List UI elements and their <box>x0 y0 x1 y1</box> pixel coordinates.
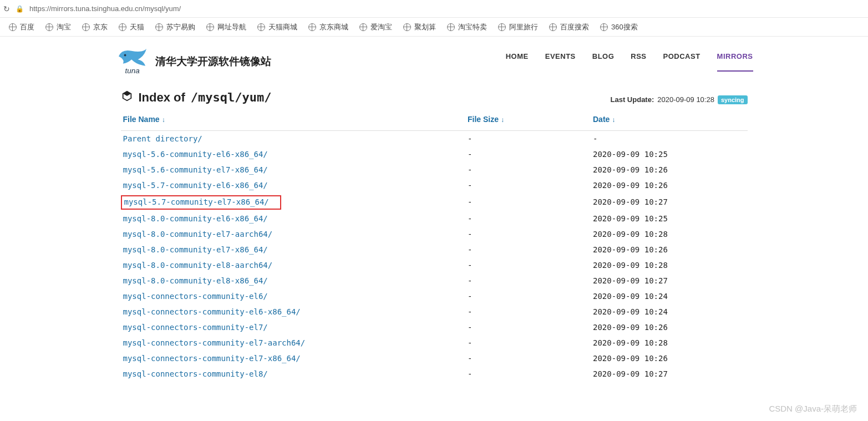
file-date: 2020-09-09 10:27 <box>591 193 748 211</box>
table-row: mysql-8.0-community-el8-x86_64/-2020-09-… <box>121 273 748 288</box>
col-header-size[interactable]: File Size↓ <box>465 109 591 131</box>
file-date: 2020-09-09 10:25 <box>591 211 748 226</box>
file-size: - <box>465 162 591 177</box>
table-row: mysql-connectors-community-el7-x86_64/-2… <box>121 351 748 366</box>
page-title-path: /mysql/yum/ <box>191 90 272 104</box>
bookmark-item[interactable]: 京东 <box>82 22 108 32</box>
file-listing-table: File Name↓ File Size↓ Date↓ Parent direc… <box>121 109 748 382</box>
file-size: - <box>465 351 591 366</box>
sort-arrow-icon: ↓ <box>612 116 615 124</box>
file-link[interactable]: mysql-8.0-community-el8-x86_64/ <box>123 276 268 285</box>
table-row: mysql-5.7-community-el6-x86_64/-2020-09-… <box>121 177 748 193</box>
bookmark-item[interactable]: 天猫 <box>119 22 144 32</box>
globe-icon <box>206 23 214 31</box>
file-size: - <box>465 146 591 162</box>
last-update-value: 2020-09-09 10:28 <box>657 95 714 104</box>
bookmark-label: 京东 <box>93 22 108 32</box>
nav-link-mirrors[interactable]: MIRRORS <box>717 52 753 72</box>
file-size: - <box>465 273 591 288</box>
file-link[interactable]: mysql-connectors-community-el7-x86_64/ <box>123 354 301 363</box>
col-header-date[interactable]: Date↓ <box>591 109 748 131</box>
globe-icon <box>549 23 557 31</box>
file-link[interactable]: Parent directory/ <box>123 134 202 143</box>
svg-text:tuna: tuna <box>125 67 140 75</box>
table-row: Parent directory/-- <box>121 131 748 147</box>
svg-point-0 <box>124 54 126 57</box>
bookmark-label: 天猫 <box>130 22 144 32</box>
bookmark-label: 爱淘宝 <box>370 22 392 32</box>
bookmark-item[interactable]: 聚划算 <box>403 22 436 32</box>
file-size: - <box>465 304 591 319</box>
file-link[interactable]: mysql-5.6-community-el6-x86_64/ <box>123 150 268 159</box>
file-date: 2020-09-09 10:26 <box>591 319 748 335</box>
bookmark-item[interactable]: 淘宝 <box>45 22 71 32</box>
file-link[interactable]: mysql-5.6-community-el7-x86_64/ <box>123 165 268 174</box>
globe-icon <box>119 23 126 31</box>
nav-link-podcast[interactable]: PODCAST <box>663 52 701 72</box>
file-size: - <box>465 242 591 257</box>
col-header-name[interactable]: File Name↓ <box>121 109 466 131</box>
bookmark-label: 聚划算 <box>414 22 436 32</box>
refresh-icon[interactable]: ↻ <box>3 4 10 13</box>
file-link[interactable]: mysql-5.7-community-el7-x86_64/ <box>124 197 269 206</box>
bookmark-item[interactable]: 天猫商城 <box>257 22 297 32</box>
table-row: mysql-8.0-community-el7-aarch64/-2020-09… <box>121 226 748 242</box>
file-link[interactable]: mysql-connectors-community-el7-aarch64/ <box>123 338 306 347</box>
bookmark-item[interactable]: 百度搜索 <box>549 22 589 32</box>
bookmark-item[interactable]: 京东商城 <box>308 22 348 32</box>
file-size: - <box>465 177 591 193</box>
lock-icon[interactable]: 🔒 <box>16 5 24 13</box>
table-row: mysql-connectors-community-el6-x86_64/-2… <box>121 304 748 319</box>
file-link[interactable]: mysql-8.0-community-el7-x86_64/ <box>123 245 268 254</box>
package-icon <box>121 90 133 105</box>
address-url[interactable]: https://mirrors.tuna.tsinghua.edu.cn/mys… <box>29 4 181 13</box>
bookmark-label: 阿里旅行 <box>509 22 538 32</box>
bookmark-item[interactable]: 360搜索 <box>600 22 638 32</box>
last-update: Last Update: 2020-09-09 10:28 syncing <box>611 95 748 104</box>
brand[interactable]: tuna 清华大学开源软件镜像站 <box>115 48 271 75</box>
file-date: 2020-09-09 10:26 <box>591 177 748 193</box>
globe-icon <box>155 23 163 31</box>
file-size: - <box>465 131 591 147</box>
bookmark-item[interactable]: 爱淘宝 <box>359 22 392 32</box>
page-title-prefix: Index of <box>139 90 185 105</box>
table-row: mysql-connectors-community-el8/-2020-09-… <box>121 366 748 382</box>
bookmark-item[interactable]: 淘宝特卖 <box>447 22 487 32</box>
nav-link-blog[interactable]: BLOG <box>592 52 615 72</box>
table-row: mysql-8.0-community-el7-x86_64/-2020-09-… <box>121 242 748 257</box>
file-date: 2020-09-09 10:26 <box>591 162 748 177</box>
globe-icon <box>45 23 53 31</box>
brand-title: 清华大学开源软件镜像站 <box>155 54 271 69</box>
globe-icon <box>498 23 506 31</box>
file-link[interactable]: mysql-connectors-community-el7/ <box>123 323 268 332</box>
file-link[interactable]: mysql-connectors-community-el6-x86_64/ <box>123 307 301 316</box>
file-date: 2020-09-09 10:28 <box>591 257 748 273</box>
globe-icon <box>359 23 367 31</box>
bookmark-item[interactable]: 百度 <box>9 22 34 32</box>
nav-link-home[interactable]: HOME <box>506 52 529 72</box>
nav-link-events[interactable]: EVENTS <box>545 52 576 72</box>
file-date: - <box>591 131 748 147</box>
highlight-box: mysql-5.7-community-el7-x86_64/ <box>121 195 281 210</box>
file-link[interactable]: mysql-connectors-community-el8/ <box>123 369 268 378</box>
file-link[interactable]: mysql-8.0-community-el6-x86_64/ <box>123 214 268 223</box>
bookmark-item[interactable]: 网址导航 <box>206 22 246 32</box>
globe-icon <box>308 23 316 31</box>
nav-link-rss[interactable]: RSS <box>631 52 646 72</box>
bookmark-label: 苏宁易购 <box>166 22 195 32</box>
file-link[interactable]: mysql-8.0-community-el7-aarch64/ <box>123 230 273 239</box>
file-date: 2020-09-09 10:26 <box>591 351 748 366</box>
file-size: - <box>465 211 591 226</box>
bookmark-item[interactable]: 苏宁易购 <box>155 22 195 32</box>
globe-icon <box>403 23 411 31</box>
file-link[interactable]: mysql-5.7-community-el6-x86_64/ <box>123 181 268 190</box>
globe-icon <box>600 23 608 31</box>
last-update-label: Last Update: <box>611 95 654 104</box>
table-row: mysql-8.0-community-el8-aarch64/-2020-09… <box>121 257 748 273</box>
file-link[interactable]: mysql-connectors-community-el6/ <box>123 292 268 301</box>
bookmark-label: 360搜索 <box>611 22 638 32</box>
bookmark-item[interactable]: 阿里旅行 <box>498 22 538 32</box>
file-size: - <box>465 335 591 351</box>
file-link[interactable]: mysql-8.0-community-el8-aarch64/ <box>123 261 273 270</box>
globe-icon <box>9 23 17 31</box>
